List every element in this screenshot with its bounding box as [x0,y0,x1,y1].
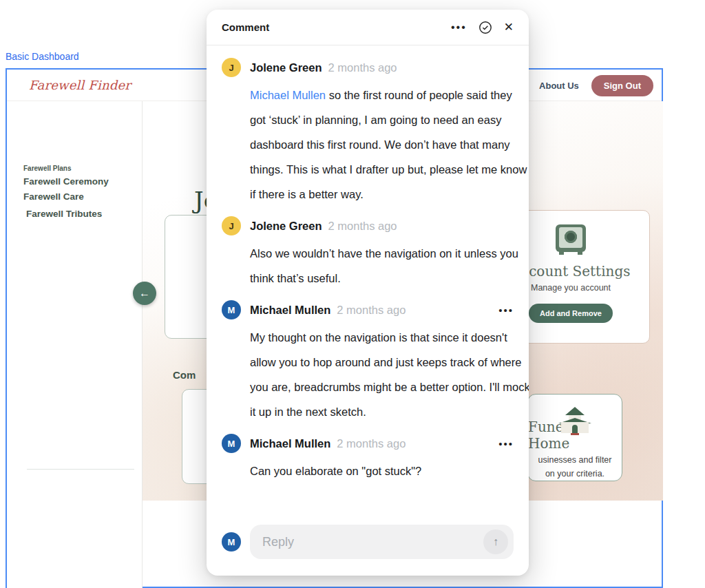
account-card-subtitle: Manage you account [531,283,611,293]
section-label-fragment: Com [173,369,196,381]
funeral-card-description: usinesses and filter on your criteria. [538,454,611,481]
sidebar-item-farewell-plans[interactable]: Farewell Plans [23,165,71,172]
app-logo[interactable]: Farewell Finder [29,78,131,92]
panel-title: Comment [222,21,269,33]
comment-timestamp: 2 months ago [328,220,397,233]
comment-timestamp: 2 months ago [337,304,406,317]
reply-input[interactable] [262,535,483,549]
sign-out-button[interactable]: Sign Out [591,75,653,96]
avatar: J [222,58,241,77]
left-arrow-icon: ← [139,287,150,300]
sidebar-item-farewell-tributes[interactable]: Farewell Tributes [26,209,102,219]
comment-author: Jolene Green [250,220,322,233]
sidebar-divider [27,469,134,470]
add-and-remove-button[interactable]: Add and Remove [529,304,613,323]
comment-body: Can you elaborate on "got stuck"? [250,459,529,483]
comment-body: Michael Mullen so the first round of peo… [250,83,529,207]
comment-item: M Michael Mullen 2 months ago ••• Can yo… [222,434,514,483]
church-icon [560,407,590,410]
comment-timestamp: 2 months ago [337,437,406,450]
comment-author: Jolene Green [250,61,322,74]
avatar: M [222,300,241,319]
avatar: M [222,532,241,552]
account-card-title: Account Settings [512,263,631,280]
figma-frame-label[interactable]: Basic Dashboard [6,51,79,62]
reply-pill: ↑ [250,525,514,559]
back-arrow-button[interactable]: ← [133,282,156,305]
nav-item-about-us[interactable]: About Us [539,81,579,91]
resolve-check-icon[interactable] [478,21,492,34]
comment-author: Michael Mullen [250,437,330,450]
user-mention[interactable]: Michael Mullen [250,89,326,101]
send-reply-button[interactable]: ↑ [483,529,508,554]
panel-actions: ••• ✕ [451,20,514,34]
sidebar-item-farewell-care[interactable]: Farewell Care [23,191,84,202]
more-options-icon[interactable]: ••• [451,22,467,33]
comment-item: J Jolene Green 2 months ago ••• Michael … [222,58,514,207]
comment-panel-header: Comment ••• ✕ [207,10,529,45]
arrow-up-icon: ↑ [493,536,498,548]
comment-body: My thought on the navigation is that sin… [250,325,529,424]
avatar: J [222,216,241,235]
header-nav: t About Us Sign Out [524,70,653,101]
comment-item: J Jolene Green 2 months ago ••• Also we … [222,216,514,291]
sidebar-item-farewell-ceremony[interactable]: Farewell Ceremony [23,176,109,187]
comment-list: J Jolene Green 2 months ago ••• Michael … [207,45,529,523]
comment-timestamp: 2 months ago [328,61,397,74]
comment-author: Michael Mullen [250,304,330,317]
sidebar: Farewell Plans Farewell Ceremony Farewel… [7,101,143,588]
comment-more-options-icon[interactable]: ••• [498,438,514,450]
comment-more-options-icon[interactable]: ••• [498,304,514,316]
reply-row: M ↑ [207,523,529,576]
comment-panel: Comment ••• ✕ J Jolene Green 2 months ag… [207,10,529,576]
comment-body: Also we wouldn’t have the navigation on … [250,241,529,291]
avatar: M [222,434,241,453]
close-icon[interactable]: ✕ [504,20,514,34]
vault-icon [556,224,586,252]
screenshot-canvas: Basic Dashboard Farewell Finder t About … [0,0,705,588]
comment-item: M Michael Mullen 2 months ago ••• My tho… [222,300,514,424]
funeral-home-card[interactable]: Funeral Home usinesses and filter on you… [527,394,622,481]
